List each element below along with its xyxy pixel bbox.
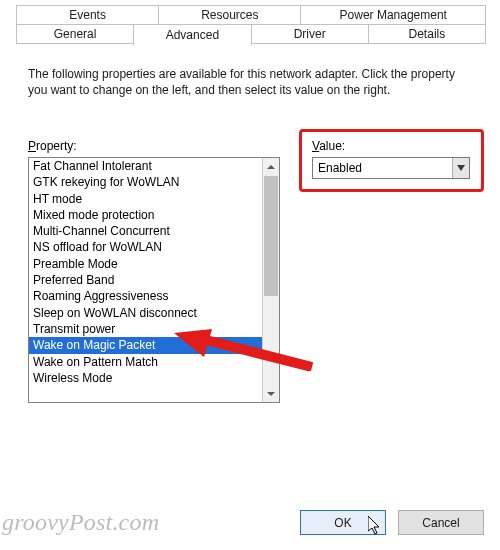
list-item[interactable]: Preferred Band [29, 272, 262, 288]
tab-general[interactable]: General [16, 24, 134, 44]
list-item[interactable]: Wake on Magic Packet [29, 337, 262, 353]
tab-advanced[interactable]: Advanced [133, 24, 251, 46]
list-item[interactable]: Sleep on WoWLAN disconnect [29, 305, 262, 321]
value-dropdown[interactable]: Enabled [312, 157, 470, 179]
tab-power-management[interactable]: Power Management [300, 5, 486, 25]
list-item[interactable]: HT mode [29, 191, 262, 207]
list-item[interactable]: NS offload for WoWLAN [29, 239, 262, 255]
ok-button-label: OK [334, 516, 351, 530]
list-item[interactable]: Wireless Mode [29, 370, 262, 386]
description-text: The following properties are available f… [28, 66, 474, 98]
list-item[interactable]: GTK rekeying for WoWLAN [29, 174, 262, 190]
scroll-up-button[interactable] [263, 158, 279, 175]
tab-events[interactable]: Events [16, 5, 159, 25]
scroll-thumb[interactable] [264, 176, 278, 296]
list-item[interactable]: Preamble Mode [29, 256, 262, 272]
property-label: Property: [28, 139, 77, 153]
listbox-scrollbar[interactable] [262, 158, 279, 402]
tab-resources[interactable]: Resources [158, 5, 301, 25]
property-listbox[interactable]: Fat Channel IntolerantGTK rekeying for W… [28, 157, 280, 403]
watermark-text: groovyPost.com [2, 509, 159, 536]
ok-button[interactable]: OK [300, 510, 386, 535]
list-item[interactable]: Roaming Aggressiveness [29, 288, 262, 304]
list-item[interactable]: Transmit power [29, 321, 262, 337]
tab-details[interactable]: Details [368, 24, 486, 44]
list-item[interactable]: Fat Channel Intolerant [29, 158, 262, 174]
list-item[interactable]: Wake on Pattern Match [29, 354, 262, 370]
cancel-button-label: Cancel [422, 516, 459, 530]
list-item[interactable]: Mixed mode protection [29, 207, 262, 223]
dropdown-button[interactable] [452, 158, 469, 178]
chevron-down-icon [267, 392, 275, 396]
chevron-down-icon [457, 165, 465, 171]
value-dropdown-text: Enabled [313, 161, 452, 175]
value-label: Value: [312, 139, 345, 153]
list-item[interactable]: Multi-Channel Concurrent [29, 223, 262, 239]
chevron-up-icon [267, 165, 275, 169]
tab-driver[interactable]: Driver [251, 24, 369, 44]
tab-strip: Events Resources Power Management Genera… [16, 6, 485, 46]
cancel-button[interactable]: Cancel [398, 510, 484, 535]
scroll-down-button[interactable] [263, 385, 279, 402]
